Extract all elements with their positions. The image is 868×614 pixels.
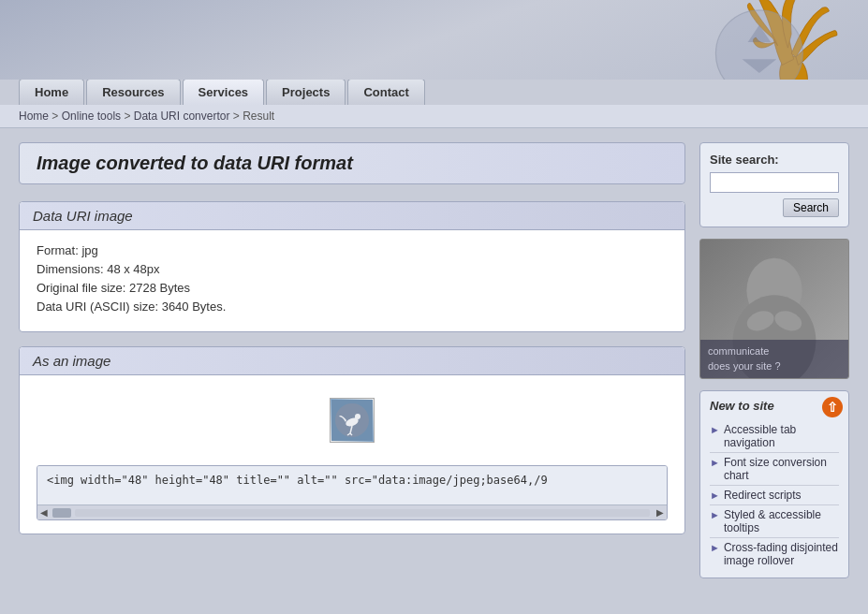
breadcrumb-sep1: > <box>51 110 61 123</box>
new-item-link-3[interactable]: Redirect scripts <box>724 489 802 502</box>
data-uri-section-title: Data URI image <box>33 208 671 224</box>
data-uri-section-body: Format: jpg Dimensions: 48 x 48px Origin… <box>20 230 684 331</box>
list-item: ► Redirect scripts <box>710 486 839 505</box>
filesize-value: 2728 Bytes <box>129 281 190 295</box>
scrollbar-left-arrow[interactable]: ◀ <box>37 506 51 519</box>
sidebar: Site search: Search <box>699 142 849 578</box>
new-item-link-4[interactable]: Styled & accessible tooltips <box>724 508 839 534</box>
sidebar-ad-communicate: communicate <box>708 345 769 357</box>
main-content: Image converted to data URI format Data … <box>19 142 685 578</box>
as-image-section-header: As an image <box>20 347 684 375</box>
scrollbar-right-arrow[interactable]: ▶ <box>654 506 667 519</box>
list-item: ► Accessible tab navigation <box>710 420 839 453</box>
list-item: ► Font size conversion chart <box>710 453 839 486</box>
list-item: ► Cross-fading disjointed image rollover <box>710 538 839 570</box>
list-arrow-icon: ► <box>710 509 720 520</box>
header <box>0 0 868 80</box>
format-label: Format: <box>37 243 79 257</box>
new-item-link-1[interactable]: Accessible tab navigation <box>724 423 839 449</box>
breadcrumb-home[interactable]: Home <box>19 110 49 123</box>
breadcrumb-data-uri[interactable]: Data URI convertor <box>134 110 230 123</box>
page-title-box: Image converted to data URI format <box>19 142 685 184</box>
datauri-size-value: 3640 Bytes. <box>162 300 227 314</box>
as-image-section-title: As an image <box>33 353 671 369</box>
image-preview <box>37 388 668 456</box>
filesize-line: Original file size: 2728 Bytes <box>37 281 668 295</box>
nav-home[interactable]: Home <box>19 79 84 105</box>
sidebar-new-box: New to site ⇧ ► Accessible tab navigatio… <box>699 390 849 578</box>
sidebar-ad-subtext: does your site ? <box>708 360 781 372</box>
sidebar-search-label: Site search: <box>710 153 839 167</box>
nav-resources[interactable]: Resources <box>86 79 180 105</box>
list-item: ► Styled & accessible tooltips <box>710 505 839 538</box>
code-scrollbar[interactable]: ◀ ▶ <box>37 504 667 519</box>
list-arrow-icon: ► <box>710 424 720 435</box>
data-uri-section-header: Data URI image <box>20 202 684 230</box>
page-layout: Image converted to data URI format Data … <box>0 128 868 592</box>
nav-contact[interactable]: Contact <box>347 79 424 105</box>
page-title: Image converted to data URI format <box>37 153 668 174</box>
breadcrumb-bar: Home > Online tools > Data URI convertor… <box>0 105 868 128</box>
as-image-section: As an image <box>19 346 685 534</box>
format-value: jpg <box>81 243 97 257</box>
sidebar-new-title: New to site <box>710 399 839 413</box>
code-area-wrapper: ◀ ▶ <box>37 465 668 520</box>
image-thumbnail <box>330 398 375 443</box>
sidebar-new-list: ► Accessible tab navigation ► Font size … <box>710 420 839 570</box>
nav-projects[interactable]: Projects <box>266 79 346 105</box>
format-line: Format: jpg <box>37 243 668 257</box>
new-indicator-icon: ⇧ <box>822 397 843 417</box>
breadcrumb-sep2: > <box>124 110 133 123</box>
scrollbar-track <box>75 509 650 517</box>
breadcrumb-online-tools[interactable]: Online tools <box>62 110 121 123</box>
nav-services[interactable]: Services <box>183 79 265 105</box>
search-input[interactable] <box>710 172 839 193</box>
new-item-link-5[interactable]: Cross-fading disjointed image rollover <box>724 541 839 567</box>
new-item-link-2[interactable]: Font size conversion chart <box>724 456 839 482</box>
list-arrow-icon: ► <box>710 490 720 501</box>
list-arrow-icon: ► <box>710 542 720 553</box>
filesize-label: Original file size: <box>37 281 125 295</box>
sidebar-ad-text: communicate does your site ? <box>700 340 848 378</box>
data-uri-section: Data URI image Format: jpg Dimensions: 4… <box>19 201 685 332</box>
bird-image-icon <box>331 400 373 441</box>
as-image-section-body: ◀ ▶ <box>20 375 684 534</box>
search-button[interactable]: Search <box>783 198 839 217</box>
dimensions-line: Dimensions: 48 x 48px <box>37 262 668 276</box>
dimensions-value: 48 x 48px <box>107 262 159 276</box>
code-textarea[interactable] <box>37 466 667 502</box>
list-arrow-icon: ► <box>710 457 720 468</box>
datauri-size-line: Data URI (ASCII) size: 3640 Bytes. <box>37 300 668 314</box>
dimensions-label: Dimensions: <box>37 262 104 276</box>
breadcrumb-sep3: > <box>233 110 243 123</box>
breadcrumb-result: Result <box>243 110 274 123</box>
scrollbar-thumb[interactable] <box>52 508 71 518</box>
sidebar-search-box: Site search: Search <box>699 142 849 227</box>
header-antler-icon <box>671 0 859 80</box>
sidebar-ad-banner: communicate does your site ? <box>699 239 849 379</box>
datauri-size-label: Data URI (ASCII) size: <box>37 300 158 314</box>
